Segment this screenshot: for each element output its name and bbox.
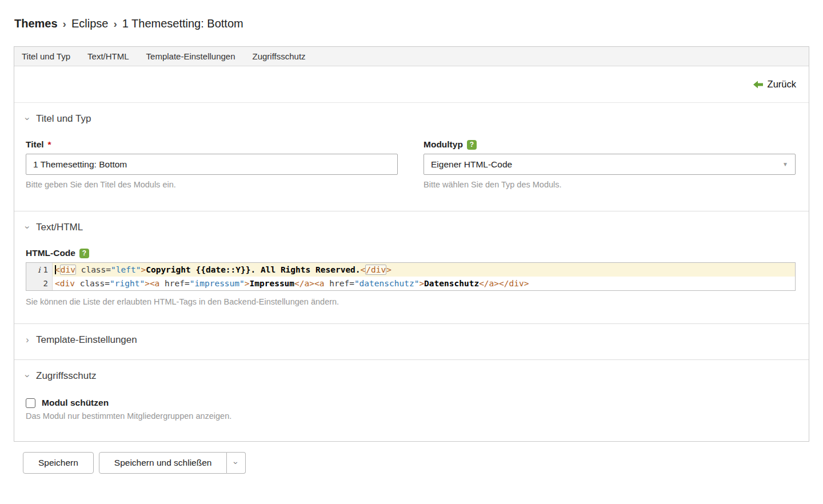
titel-typ-form: Titel* Bitte geben Sie den Titel des Mod…: [14, 125, 809, 211]
code-editor-lines: i1<div class="left">Copyright {{date::Y}…: [26, 263, 795, 290]
save-options-dropdown-button[interactable]: ›: [227, 452, 246, 474]
modultyp-label-text: Modultyp: [424, 139, 463, 150]
field-titel: Titel* Bitte geben Sie den Titel des Mod…: [26, 125, 398, 189]
text-html-content: HTML-Code ? i1<div class="left">Copyrigh…: [14, 248, 809, 323]
save-close-split-button: Speichern und schließen ›: [99, 452, 246, 474]
gutter-line-number: 2: [26, 277, 53, 290]
zugriffsschutz-help-text: Das Modul nur bestimmten Mitgliedergrupp…: [26, 411, 796, 421]
modul-schuetzen-label: Modul schützen: [42, 398, 109, 408]
help-icon[interactable]: ?: [79, 249, 89, 258]
modultyp-selected-value: Eigener HTML-Code: [431, 159, 512, 170]
tab-titel-und-typ[interactable]: Titel und Typ: [22, 51, 70, 61]
required-asterisk: *: [48, 139, 51, 150]
spacer: [26, 421, 796, 441]
code-editor[interactable]: i1<div class="left">Copyright {{date::Y}…: [26, 262, 796, 291]
breadcrumb-separator: ›: [113, 18, 117, 30]
chevron-right-icon: ›: [24, 335, 31, 345]
field-modultyp: Modultyp ? Eigener HTML-Code ▼ Bitte wäh…: [424, 125, 796, 189]
dropdown-arrow-icon: ▼: [782, 161, 788, 167]
breadcrumb-item-themes[interactable]: Themes: [14, 17, 58, 30]
html-code-label-text: HTML-Code: [26, 248, 75, 258]
section-titel-und-typ: › Titel und Typ Titel* Bitte geben Sie d…: [14, 103, 809, 211]
save-and-close-button[interactable]: Speichern und schließen: [99, 452, 227, 474]
tab-bar: Titel und Typ Text/HTML Template-Einstel…: [14, 47, 809, 66]
section-template-einstellungen: › Template-Einstellungen: [14, 324, 809, 360]
chevron-down-icon: ›: [23, 373, 32, 379]
module-edit-panel: Titel und Typ Text/HTML Template-Einstel…: [14, 46, 809, 442]
chevron-down-icon: ›: [23, 224, 32, 231]
footer-actions: Speichern Speichern und schließen ›: [23, 452, 823, 474]
gutter-line-number: i1: [26, 263, 53, 277]
back-link[interactable]: Zurück: [753, 79, 796, 90]
section-title-titel-und-typ: Titel und Typ: [36, 113, 91, 125]
back-label: Zurück: [768, 79, 796, 90]
section-title-template-einstellungen: Template-Einstellungen: [36, 334, 137, 346]
titel-label-text: Titel: [26, 139, 44, 150]
html-code-help-text: Sie können die Liste der erlaubten HTML-…: [26, 297, 796, 306]
page: Themes › Eclipse › 1 Themesetting: Botto…: [0, 0, 823, 504]
zugriffsschutz-content: Modul schützen Das Modul nur bestimmten …: [14, 398, 809, 441]
tab-text-html[interactable]: Text/HTML: [87, 51, 129, 61]
spacer: [26, 306, 796, 323]
back-arrow-icon: [753, 81, 763, 89]
modultyp-select[interactable]: Eigener HTML-Code ▼: [424, 154, 796, 175]
tab-zugriffsschutz[interactable]: Zugriffsschutz: [253, 51, 306, 61]
chevron-down-icon: ›: [23, 115, 32, 122]
titel-help-text: Bitte geben Sie den Titel des Moduls ein…: [26, 180, 398, 189]
code-line[interactable]: 2<div class="right"><a href="impressum">…: [26, 277, 795, 290]
section-header-template-einstellungen[interactable]: › Template-Einstellungen: [14, 324, 809, 359]
titel-label: Titel*: [26, 139, 398, 150]
breadcrumb-item-current: 1 Themesetting: Bottom: [122, 17, 243, 30]
section-header-titel-und-typ[interactable]: › Titel und Typ: [14, 103, 809, 125]
modul-schuetzen-checkbox[interactable]: [26, 398, 35, 408]
section-header-text-html[interactable]: › Text/HTML: [14, 211, 809, 233]
section-text-html: › Text/HTML HTML-Code ? i1<div class="le…: [14, 211, 809, 324]
help-icon[interactable]: ?: [467, 140, 477, 150]
back-row: Zurück: [14, 66, 809, 103]
save-button[interactable]: Speichern: [23, 452, 94, 474]
section-title-zugriffsschutz: Zugriffsschutz: [36, 370, 97, 382]
code-line[interactable]: i1<div class="left">Copyright {{date::Y}…: [26, 263, 795, 277]
html-code-label: HTML-Code ?: [26, 248, 796, 258]
breadcrumb-item-eclipse[interactable]: Eclipse: [71, 17, 108, 30]
section-title-text-html: Text/HTML: [36, 222, 83, 233]
section-zugriffsschutz: › Zugriffsschutz Modul schützen Das Modu…: [14, 360, 809, 441]
modultyp-label: Modultyp ?: [424, 139, 796, 150]
breadcrumb: Themes › Eclipse › 1 Themesetting: Botto…: [0, 0, 823, 30]
chevron-down-icon: ›: [232, 459, 240, 466]
modul-schuetzen-row: Modul schützen: [26, 398, 796, 408]
titel-input[interactable]: [26, 154, 398, 175]
info-icon: i: [38, 263, 40, 277]
breadcrumb-separator: ›: [63, 18, 66, 30]
section-header-zugriffsschutz[interactable]: › Zugriffsschutz: [14, 360, 809, 382]
modultyp-help-text: Bitte wählen Sie den Typ des Moduls.: [424, 180, 796, 189]
tab-template-einstellungen[interactable]: Template-Einstellungen: [146, 51, 235, 61]
